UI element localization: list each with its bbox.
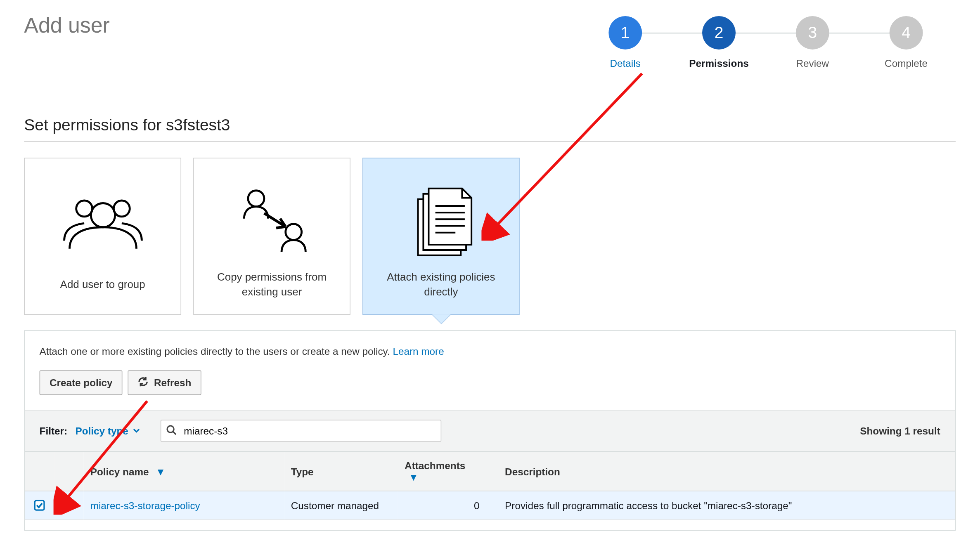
document-stack-icon	[372, 170, 509, 270]
refresh-button[interactable]: Refresh	[128, 370, 201, 395]
svg-point-4	[285, 224, 301, 240]
column-header-policy-name[interactable]: Policy name ▼	[84, 452, 284, 491]
wizard-step-label: Permissions	[689, 57, 749, 69]
table-row[interactable]: ▶ miarec-s3-storage-policy Customer mana…	[25, 491, 955, 520]
column-header-checkbox	[25, 452, 54, 491]
learn-more-link[interactable]: Learn more	[393, 346, 444, 357]
wizard-step-complete[interactable]: 4 Complete	[859, 16, 953, 69]
result-count: Showing 1 result	[860, 425, 940, 437]
row-checkbox[interactable]	[34, 500, 45, 510]
wizard-step-number: 3	[796, 16, 829, 50]
wizard-step-label: Complete	[885, 57, 928, 69]
tile-label: Attach existing policies directly	[372, 270, 509, 299]
wizard-step-label: Review	[796, 57, 829, 69]
tile-label: Copy permissions from existing user	[203, 270, 340, 299]
sort-caret-icon: ▼	[156, 465, 166, 477]
tile-add-user-to-group[interactable]: Add user to group	[24, 158, 181, 315]
divider	[24, 141, 956, 142]
policy-type-dropdown[interactable]: Policy type	[76, 425, 140, 437]
policy-attachments-cell: 0	[398, 491, 498, 520]
policy-search-input[interactable]	[161, 420, 441, 441]
help-text: Attach one or more existing policies dir…	[40, 346, 393, 357]
tile-attach-existing-policies[interactable]: Attach existing policies directly	[362, 158, 520, 315]
column-header-description[interactable]: Description	[498, 452, 955, 491]
refresh-icon	[138, 376, 149, 389]
filter-label: Filter:	[40, 425, 68, 437]
policy-description-cell: Provides full programmatic access to buc…	[498, 491, 955, 520]
sort-caret-icon: ▼	[409, 471, 419, 483]
tile-copy-permissions[interactable]: Copy permissions from existing user	[193, 158, 350, 315]
page-title: Add user	[24, 13, 578, 38]
policies-panel: Attach one or more existing policies dir…	[24, 330, 956, 531]
svg-point-2	[91, 203, 115, 227]
wizard-step-number: 2	[702, 16, 736, 50]
group-icon	[34, 170, 171, 270]
svg-point-3	[248, 190, 264, 206]
search-icon	[166, 424, 177, 437]
wizard-step-label: Details	[610, 57, 641, 69]
wizard-step-review[interactable]: 3 Review	[766, 16, 859, 69]
svg-point-0	[76, 200, 92, 216]
tile-label: Add user to group	[60, 270, 145, 299]
svg-point-10	[167, 425, 174, 432]
wizard-step-number: 4	[890, 16, 923, 50]
policy-type-cell: Customer managed	[284, 491, 398, 520]
section-title: Set permissions for s3fstest3	[24, 116, 956, 134]
column-header-expand	[54, 452, 83, 491]
wizard-step-number: 1	[608, 16, 642, 50]
create-policy-button[interactable]: Create policy	[40, 370, 123, 395]
policy-name-link[interactable]: miarec-s3-storage-policy	[90, 500, 200, 511]
column-header-attachments[interactable]: Attachments ▼	[398, 452, 498, 491]
policies-table: Policy name ▼ Type Attachments ▼ Descrip…	[25, 452, 955, 520]
column-header-type[interactable]: Type	[284, 452, 398, 491]
expand-row-icon[interactable]: ▶	[65, 499, 73, 511]
chevron-down-icon	[133, 425, 140, 437]
wizard-step-details[interactable]: 1 Details	[578, 16, 672, 69]
copy-user-icon	[203, 170, 340, 270]
svg-point-1	[114, 200, 130, 216]
wizard-stepper: 1 Details 2 Permissions 3 Review 4 Compl…	[578, 16, 953, 69]
svg-line-11	[173, 432, 175, 434]
wizard-step-permissions[interactable]: 2 Permissions	[672, 16, 766, 69]
